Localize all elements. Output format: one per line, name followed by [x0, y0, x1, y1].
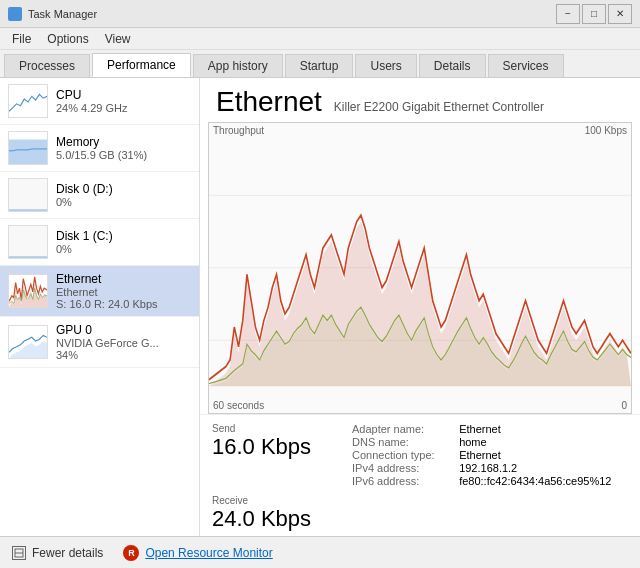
title-bar-title: Task Manager	[28, 8, 97, 20]
info-value-dns: home	[459, 436, 628, 448]
title-bar-controls: − □ ✕	[556, 4, 632, 24]
receive-block: Receive 24.0 Kbps	[212, 495, 332, 532]
svg-marker-4	[9, 341, 47, 358]
maximize-button[interactable]: □	[582, 4, 606, 24]
receive-label: Receive	[212, 495, 332, 506]
info-label-dns: DNS name:	[352, 436, 451, 448]
minimize-button[interactable]: −	[556, 4, 580, 24]
disk1-mini-chart	[8, 225, 48, 259]
chart-y-label: Throughput	[213, 125, 264, 136]
ethernet-sub1: Ethernet	[56, 286, 191, 298]
sidebar-item-cpu[interactable]: CPU 24% 4.29 GHz	[0, 78, 199, 125]
sidebar-item-disk0[interactable]: Disk 0 (D:) 0%	[0, 172, 199, 219]
disk1-sub: 0%	[56, 243, 191, 255]
memory-label: Memory	[56, 135, 191, 149]
sidebar-item-gpu[interactable]: GPU 0 NVIDIA GeForce G... 34%	[0, 317, 199, 368]
gpu-label: GPU 0	[56, 323, 191, 337]
gpu-info: GPU 0 NVIDIA GeForce G... 34%	[56, 323, 191, 361]
menu-file[interactable]: File	[4, 30, 39, 48]
sidebar: CPU 24% 4.29 GHz Memory 5.0/15.9 GB (31%…	[0, 78, 200, 536]
footer: Fewer details R Open Resource Monitor	[0, 536, 640, 568]
ethernet-chart: Throughput 100 Kbps 60 seconds 0	[208, 122, 632, 414]
ethernet-sub2: S: 16.0 R: 24.0 Kbps	[56, 298, 191, 310]
sidebar-item-ethernet[interactable]: Ethernet Ethernet S: 16.0 R: 24.0 Kbps	[0, 266, 199, 317]
cpu-info: CPU 24% 4.29 GHz	[56, 88, 191, 114]
memory-mini-chart	[8, 131, 48, 165]
tab-app-history[interactable]: App history	[193, 54, 283, 77]
info-value-adapter: Ethernet	[459, 423, 628, 435]
open-rm-label: Open Resource Monitor	[145, 546, 272, 560]
disk1-label: Disk 1 (C:)	[56, 229, 191, 243]
tab-users[interactable]: Users	[355, 54, 416, 77]
fewer-details-label: Fewer details	[32, 546, 103, 560]
detail-subtitle: Killer E2200 Gigabit Ethernet Controller	[334, 100, 544, 114]
cpu-mini-chart	[8, 84, 48, 118]
chart-x-end-label: 0	[621, 400, 627, 411]
tab-details[interactable]: Details	[419, 54, 486, 77]
disk0-info: Disk 0 (D:) 0%	[56, 182, 191, 208]
memory-sub: 5.0/15.9 GB (31%)	[56, 149, 191, 161]
sidebar-item-disk1[interactable]: Disk 1 (C:) 0%	[0, 219, 199, 266]
fewer-details-icon	[12, 546, 26, 560]
detail-panel: Ethernet Killer E2200 Gigabit Ethernet C…	[200, 78, 640, 536]
disk0-label: Disk 0 (D:)	[56, 182, 191, 196]
tab-bar: Processes Performance App history Startu…	[0, 50, 640, 78]
ethernet-info: Ethernet Ethernet S: 16.0 R: 24.0 Kbps	[56, 272, 191, 310]
svg-rect-1	[9, 179, 47, 211]
disk0-sub: 0%	[56, 196, 191, 208]
info-value-conntype: Ethernet	[459, 449, 628, 461]
gpu-sub1: NVIDIA GeForce G...	[56, 337, 191, 349]
gpu-sub2: 34%	[56, 349, 191, 361]
chart-y-max-label: 100 Kbps	[585, 125, 627, 136]
gpu-mini-chart	[8, 325, 48, 359]
ethernet-mini-chart	[8, 274, 48, 308]
menu-options[interactable]: Options	[39, 30, 96, 48]
disk1-info: Disk 1 (C:) 0%	[56, 229, 191, 255]
info-label-adapter: Adapter name:	[352, 423, 451, 435]
info-label-conntype: Connection type:	[352, 449, 451, 461]
svg-rect-0	[9, 140, 47, 164]
chart-svg	[209, 123, 631, 413]
receive-row: Receive 24.0 Kbps	[200, 495, 640, 536]
fewer-details-item[interactable]: Fewer details	[12, 546, 103, 560]
send-label: Send	[212, 423, 332, 434]
close-button[interactable]: ✕	[608, 4, 632, 24]
info-value-ipv4: 192.168.1.2	[459, 462, 628, 474]
tab-performance[interactable]: Performance	[92, 53, 191, 77]
open-rm-item[interactable]: R Open Resource Monitor	[123, 545, 272, 561]
svg-rect-2	[9, 226, 47, 258]
send-value: 16.0 Kbps	[212, 434, 332, 460]
tab-services[interactable]: Services	[488, 54, 564, 77]
disk0-mini-chart	[8, 178, 48, 212]
adapter-info: Adapter name: Ethernet DNS name: home Co…	[332, 423, 628, 487]
menu-view[interactable]: View	[97, 30, 139, 48]
tab-processes[interactable]: Processes	[4, 54, 90, 77]
cpu-sub: 24% 4.29 GHz	[56, 102, 191, 114]
receive-value: 24.0 Kbps	[212, 506, 332, 532]
open-rm-icon: R	[123, 545, 139, 561]
tab-startup[interactable]: Startup	[285, 54, 354, 77]
menu-bar: File Options View	[0, 28, 640, 50]
send-block: Send 16.0 Kbps	[212, 423, 332, 487]
detail-title: Ethernet	[216, 86, 322, 118]
info-label-ipv4: IPv4 address:	[352, 462, 451, 474]
title-bar: Task Manager − □ ✕	[0, 0, 640, 28]
app-icon	[8, 7, 22, 21]
title-bar-left: Task Manager	[8, 7, 97, 21]
memory-info: Memory 5.0/15.9 GB (31%)	[56, 135, 191, 161]
ethernet-label: Ethernet	[56, 272, 191, 286]
detail-header: Ethernet Killer E2200 Gigabit Ethernet C…	[200, 78, 640, 122]
info-label-ipv6: IPv6 address:	[352, 475, 451, 487]
info-value-ipv6: fe80::fc42:6434:4a56:ce95%12	[459, 475, 628, 487]
sidebar-item-memory[interactable]: Memory 5.0/15.9 GB (31%)	[0, 125, 199, 172]
stats-row: Send 16.0 Kbps Adapter name: Ethernet DN…	[200, 414, 640, 495]
cpu-label: CPU	[56, 88, 191, 102]
chart-x-start-label: 60 seconds	[213, 400, 264, 411]
main-content: CPU 24% 4.29 GHz Memory 5.0/15.9 GB (31%…	[0, 78, 640, 536]
